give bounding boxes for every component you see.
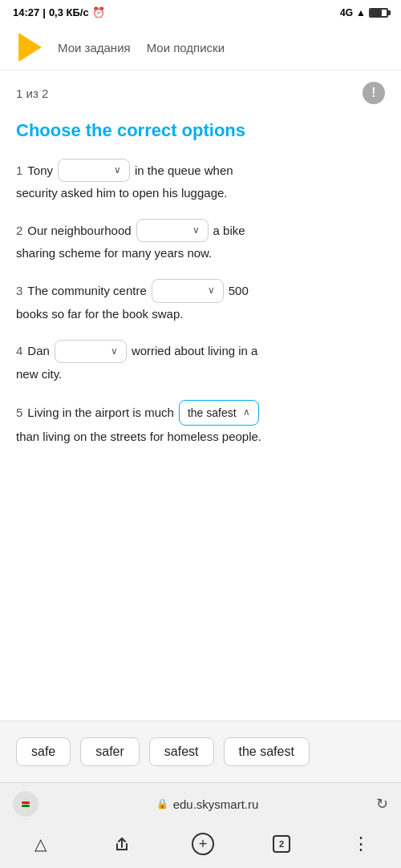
question-5: 5 Living in the airport is much the safe…: [16, 400, 385, 446]
url-display: 🔒 edu.skysmart.ru: [47, 797, 368, 811]
q3-line: 3 The community centre ∨ 500: [16, 279, 385, 302]
q3-after-end: books so far for the book swap.: [16, 305, 183, 324]
q2-line: 2 Our neighbourhood ∨ a bike: [16, 219, 385, 242]
tab-indicator[interactable]: [13, 791, 38, 817]
q2-before: Our neighbourhood: [27, 221, 131, 240]
q1-line: 1 Tony ∨ in the queue when: [16, 159, 385, 182]
q4-dropdown[interactable]: ∨: [55, 340, 127, 363]
data-speed: |: [43, 6, 46, 18]
question-2: 2 Our neighbourhood ∨ a bike sharing sch…: [16, 219, 385, 263]
q3-number: 3: [16, 281, 22, 301]
q1-before: Tony: [27, 161, 53, 180]
time: 14:27: [13, 6, 39, 18]
q5-line: 5 Living in the airport is much the safe…: [16, 400, 385, 426]
nav-tabs-icon[interactable]: 2: [273, 835, 290, 853]
q5-line2: than living on the streets for homeless …: [16, 427, 385, 446]
q4-chevron-down-icon: ∨: [111, 344, 118, 359]
lock-icon: 🔒: [156, 798, 168, 809]
clock-icon: ⏰: [92, 6, 105, 18]
signal-label: 4G: [340, 7, 353, 18]
android-nav-bar: △ + 2 ⋮: [0, 825, 401, 868]
q1-chevron-down-icon: ∨: [114, 163, 121, 178]
word-chip-safer[interactable]: safer: [80, 737, 140, 766]
q3-after-start: 500: [229, 281, 249, 301]
nav-share-icon[interactable]: [111, 833, 133, 855]
q1-after-start: in the queue when: [135, 161, 233, 180]
status-right: 4G ▲: [340, 7, 388, 18]
data-speed-value: 0,3 КБ/с: [49, 6, 89, 18]
url-text-value[interactable]: edu.skysmart.ru: [173, 797, 259, 811]
q5-after-end: than living on the streets for homeless …: [16, 427, 261, 446]
my-subscriptions-link[interactable]: Мои подписки: [147, 41, 225, 55]
q2-after-end: sharing scheme for many years now.: [16, 244, 212, 263]
word-bank: safe safer safest the safest: [0, 721, 401, 782]
status-bar: 14:27 | 0,3 КБ/с ⏰ 4G ▲: [0, 0, 401, 25]
word-chip-the-safest[interactable]: the safest: [224, 737, 310, 766]
app-logo-icon[interactable]: [13, 33, 42, 62]
top-nav: Мои задания Мои подписки: [0, 25, 401, 71]
task-title: Choose the correct options: [16, 120, 385, 141]
my-tasks-link[interactable]: Мои задания: [58, 41, 131, 55]
q1-after-end: security asked him to open his luggage.: [16, 184, 228, 203]
q4-before: Dan: [27, 341, 50, 361]
nav-triangle-icon[interactable]: △: [30, 833, 52, 855]
battery-icon: [369, 8, 388, 18]
q1-number: 1: [16, 161, 22, 180]
word-chip-safe[interactable]: safe: [16, 737, 71, 766]
q4-after-end: new city.: [16, 365, 62, 384]
q3-line2: books so far for the book swap.: [16, 305, 385, 324]
progress-area: 1 из 2 !: [0, 71, 401, 112]
warning-icon[interactable]: !: [363, 82, 385, 104]
q2-number: 2: [16, 221, 22, 240]
q5-chevron-up-icon: ∧: [243, 405, 250, 420]
q1-line2: security asked him to open his luggage.: [16, 184, 385, 203]
progress-label: 1 из 2: [16, 87, 48, 100]
q4-number: 4: [16, 341, 22, 361]
nav-more-icon[interactable]: ⋮: [349, 833, 371, 855]
question-3: 3 The community centre ∨ 500 books so fa…: [16, 279, 385, 323]
q2-after-start: a bike: [213, 221, 245, 240]
q4-line: 4 Dan ∨ worried about living in a: [16, 340, 385, 363]
q4-after-start: worried about living in a: [132, 341, 258, 361]
q2-dropdown[interactable]: ∨: [136, 219, 209, 242]
signal-bars-icon: ▲: [356, 7, 366, 18]
browser-bottom-bar: 🔒 edu.skysmart.ru ↻ △ + 2 ⋮: [0, 782, 401, 868]
q5-number: 5: [16, 403, 22, 422]
question-4: 4 Dan ∨ worried about living in a new ci…: [16, 340, 385, 384]
url-bar: 🔒 edu.skysmart.ru ↻: [0, 783, 401, 825]
refresh-icon[interactable]: ↻: [376, 795, 388, 813]
q3-chevron-down-icon: ∨: [208, 283, 215, 298]
q5-dropdown[interactable]: the safest ∧: [179, 400, 259, 426]
main-content: Choose the correct options 1 Tony ∨ in t…: [0, 112, 401, 721]
question-1: 1 Tony ∨ in the queue when security aske…: [16, 159, 385, 203]
q5-before: Living in the airport is much: [27, 403, 174, 422]
q2-line2: sharing scheme for many years now.: [16, 244, 385, 263]
q4-line2: new city.: [16, 365, 385, 384]
q5-selected-value: the safest: [188, 404, 237, 422]
word-chip-safest[interactable]: safest: [149, 737, 214, 766]
q1-dropdown[interactable]: ∨: [58, 159, 130, 182]
q2-chevron-down-icon: ∨: [192, 223, 200, 238]
q3-before: The community centre: [27, 281, 146, 301]
status-left: 14:27 | 0,3 КБ/с ⏰: [13, 6, 105, 18]
q3-dropdown[interactable]: ∨: [152, 279, 224, 302]
nav-plus-icon[interactable]: +: [192, 833, 214, 855]
